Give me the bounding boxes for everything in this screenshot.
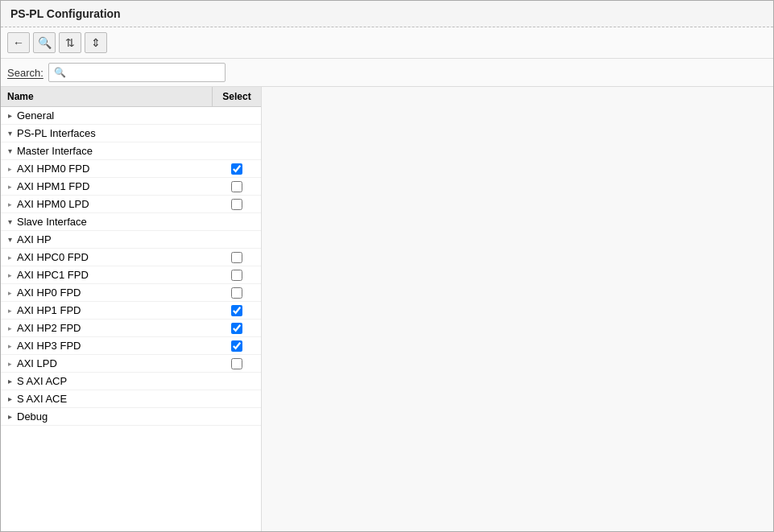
tree-container: ▸General▾PS-PL Interfaces▾Master Interfa… xyxy=(1,107,261,426)
col-name-header: Name xyxy=(1,87,213,106)
checkbox-axi-hp0-fpd[interactable] xyxy=(231,287,242,299)
select-cell-axi-hpm0-lpd xyxy=(213,199,261,210)
main-window: PS-PL Configuration ← 🔍 ⇅ ⇕ Search: Name… xyxy=(0,0,774,532)
expand-icon-axi-hp: ▾ xyxy=(4,234,15,245)
window-title: PS-PL Configuration xyxy=(10,7,121,20)
tree-panel: Name Select ▸General▾PS-PL Interfaces▾Ma… xyxy=(1,87,262,531)
expand-icon-general: ▸ xyxy=(4,110,15,122)
expand-icon-slave-interface: ▾ xyxy=(4,217,15,228)
title-bar: PS-PL Configuration xyxy=(1,1,773,27)
checkbox-axi-hpm0-lpd[interactable] xyxy=(231,199,242,210)
tree-row-axi-hp2-fpd[interactable]: ▸AXI HP2 FPD xyxy=(1,320,261,337)
expand-icon-axi-lpd: ▸ xyxy=(4,358,15,369)
tree-row-axi-hp1-fpd[interactable]: ▸AXI HP1 FPD xyxy=(1,302,261,320)
tree-row-axi-hpm1-fpd[interactable]: ▸AXI HPM1 FPD xyxy=(1,178,261,196)
tree-label-axi-hpm0-lpd: AXI HPM0 LPD xyxy=(17,198,89,210)
tree-row-axi-hp[interactable]: ▾AXI HP xyxy=(1,231,261,249)
tree-label-axi-hpc0-fpd: AXI HPC0 FPD xyxy=(17,251,89,263)
tree-row-axi-hp3-fpd[interactable]: ▸AXI HP3 FPD xyxy=(1,337,261,355)
toolbar: ← 🔍 ⇅ ⇕ xyxy=(1,27,773,59)
search-input[interactable] xyxy=(48,63,226,82)
back-button[interactable]: ← xyxy=(7,32,30,53)
checkbox-axi-hp1-fpd[interactable] xyxy=(231,305,242,316)
tree-label-axi-lpd: AXI LPD xyxy=(17,357,57,369)
main-content: Name Select ▸General▾PS-PL Interfaces▾Ma… xyxy=(1,87,773,531)
select-cell-axi-hpc1-fpd xyxy=(213,270,261,281)
collapse-icon: ⇅ xyxy=(65,36,75,49)
tree-row-general[interactable]: ▸General xyxy=(1,107,261,125)
tree-label-master-interface: Master Interface xyxy=(17,145,93,157)
expand-icon-axi-hpm1-fpd: ▸ xyxy=(4,181,15,192)
expand-icon-debug: ▸ xyxy=(4,411,15,423)
checkbox-axi-hp3-fpd[interactable] xyxy=(231,340,242,352)
checkbox-axi-lpd[interactable] xyxy=(231,358,242,369)
tree-label-axi-hp: AXI HP xyxy=(17,233,52,245)
tree-header: Name Select xyxy=(1,87,261,107)
tree-row-debug[interactable]: ▸Debug xyxy=(1,408,261,426)
select-cell-axi-hpm1-fpd xyxy=(213,181,261,192)
checkbox-axi-hpc0-fpd[interactable] xyxy=(231,252,242,263)
search-label: Search: xyxy=(7,67,43,79)
checkbox-axi-hpm0-fpd[interactable] xyxy=(231,163,242,175)
tree-row-axi-hpm0-fpd[interactable]: ▸AXI HPM0 FPD xyxy=(1,160,261,178)
expand-icon-axi-hp2-fpd: ▸ xyxy=(4,323,15,334)
select-cell-axi-hpm0-fpd xyxy=(213,163,261,175)
tree-row-axi-hpc1-fpd[interactable]: ▸AXI HPC1 FPD xyxy=(1,266,261,284)
tree-label-axi-hp2-fpd: AXI HP2 FPD xyxy=(17,322,81,334)
select-cell-axi-hp2-fpd xyxy=(213,323,261,334)
tree-label-s-axi-acp: S AXI ACP xyxy=(17,375,67,387)
expand-icon-axi-hpm0-fpd: ▸ xyxy=(4,163,15,175)
checkbox-axi-hpc1-fpd[interactable] xyxy=(231,270,242,281)
expand-button[interactable]: ⇕ xyxy=(85,32,107,53)
select-cell-axi-hp3-fpd xyxy=(213,340,261,352)
tree-label-slave-interface: Slave Interface xyxy=(17,216,87,228)
tree-label-axi-hp1-fpd: AXI HP1 FPD xyxy=(17,304,81,316)
tree-row-axi-lpd[interactable]: ▸AXI LPD xyxy=(1,355,261,373)
tree-label-axi-hpm1-fpd: AXI HPM1 FPD xyxy=(17,180,89,192)
expand-icon-axi-hp1-fpd: ▸ xyxy=(4,305,15,316)
expand-icon-axi-hpc0-fpd: ▸ xyxy=(4,252,15,263)
expand-icon-axi-hp3-fpd: ▸ xyxy=(4,340,15,352)
expand-icon-s-axi-ace: ▸ xyxy=(4,394,15,405)
tree-label-general: General xyxy=(17,109,54,122)
collapse-button[interactable]: ⇅ xyxy=(59,32,81,53)
tree-label-ps-pl-interfaces: PS-PL Interfaces xyxy=(17,127,96,139)
tree-label-s-axi-ace: S AXI ACE xyxy=(17,393,67,405)
tree-row-master-interface[interactable]: ▾Master Interface xyxy=(1,142,261,160)
tree-row-axi-hpm0-lpd[interactable]: ▸AXI HPM0 LPD xyxy=(1,196,261,213)
tree-row-axi-hp0-fpd[interactable]: ▸AXI HP0 FPD xyxy=(1,284,261,302)
tree-label-axi-hp0-fpd: AXI HP0 FPD xyxy=(17,287,81,299)
checkbox-axi-hp2-fpd[interactable] xyxy=(231,323,242,334)
expand-icon-ps-pl-interfaces: ▾ xyxy=(4,128,15,139)
right-panel xyxy=(262,87,773,531)
checkbox-axi-hpm1-fpd[interactable] xyxy=(231,181,242,192)
select-cell-axi-hp0-fpd xyxy=(213,287,261,299)
tree-row-slave-interface[interactable]: ▾Slave Interface xyxy=(1,213,261,231)
tree-row-s-axi-ace[interactable]: ▸S AXI ACE xyxy=(1,390,261,408)
select-cell-axi-lpd xyxy=(213,358,261,369)
select-cell-axi-hpc0-fpd xyxy=(213,252,261,263)
expand-icon-master-interface: ▾ xyxy=(4,146,15,157)
col-select-header: Select xyxy=(213,87,261,106)
tree-label-axi-hpm0-fpd: AXI HPM0 FPD xyxy=(17,163,89,175)
tree-row-axi-hpc0-fpd[interactable]: ▸AXI HPC0 FPD xyxy=(1,249,261,266)
tree-label-debug: Debug xyxy=(17,410,48,423)
expand-icon-axi-hp0-fpd: ▸ xyxy=(4,287,15,299)
expand-icon-s-axi-acp: ▸ xyxy=(4,376,15,387)
tree-row-s-axi-acp[interactable]: ▸S AXI ACP xyxy=(1,373,261,390)
expand-icon: ⇕ xyxy=(91,36,101,49)
select-cell-axi-hp1-fpd xyxy=(213,305,261,316)
search-button[interactable]: 🔍 xyxy=(33,32,56,53)
search-bar: Search: xyxy=(1,59,773,87)
tree-label-axi-hpc1-fpd: AXI HPC1 FPD xyxy=(17,269,89,281)
tree-label-axi-hp3-fpd: AXI HP3 FPD xyxy=(17,340,81,352)
expand-icon-axi-hpm0-lpd: ▸ xyxy=(4,199,15,210)
back-icon: ← xyxy=(13,36,24,49)
expand-icon-axi-hpc1-fpd: ▸ xyxy=(4,270,15,281)
search-icon: 🔍 xyxy=(38,36,52,49)
tree-row-ps-pl-interfaces[interactable]: ▾PS-PL Interfaces xyxy=(1,125,261,142)
